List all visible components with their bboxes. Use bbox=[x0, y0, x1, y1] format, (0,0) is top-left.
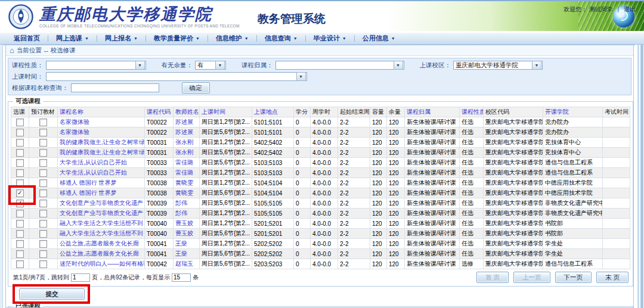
teacher-name-link[interactable]: 黄晓雯 bbox=[174, 178, 200, 188]
course-name-link[interactable]: 我的健康我做主,让生命之树常绿 bbox=[58, 138, 145, 148]
course-name-link[interactable]: 公益之旅,志愿者服务文化长廊 bbox=[58, 239, 145, 249]
preorder-material-checkbox[interactable] bbox=[39, 129, 47, 136]
campus-select[interactable]: 重庆邮电大学移通学院 ▼ bbox=[453, 61, 543, 70]
preorder-material-checkbox[interactable] bbox=[39, 179, 47, 187]
course-belong-select[interactable]: ▼ bbox=[275, 61, 404, 70]
submit-button[interactable]: 提交 bbox=[19, 288, 85, 300]
course-name-link[interactable]: 文化创意产业与非物质文化遗产 bbox=[58, 209, 145, 219]
logout-link[interactable]: 退出 bbox=[624, 6, 636, 13]
teacher-name-link[interactable]: 曹玉姣 bbox=[174, 229, 200, 239]
select-checkbox[interactable]: ✓ bbox=[16, 189, 24, 197]
course-name-link[interactable]: 大学生活,从认识自己开始 bbox=[58, 158, 145, 168]
menu-item-8[interactable]: 公用信息▼ bbox=[355, 34, 403, 43]
teacher-name-link[interactable]: 雷佳璐 bbox=[174, 158, 200, 168]
course-name-link[interactable]: 大学生活,从认识自己开始 bbox=[58, 168, 145, 178]
preorder-material-checkbox[interactable] bbox=[39, 260, 47, 268]
teacher-name-link[interactable]: 彭伟 bbox=[174, 198, 200, 209]
course-name-link[interactable]: 文化创意产业与非物质文化遗产 bbox=[58, 198, 145, 209]
preorder-material-checkbox[interactable] bbox=[39, 200, 47, 207]
course-name-link[interactable]: 移通人 德国行 世界梦 bbox=[58, 178, 145, 188]
menu-item-3[interactable]: 网上报名▼ bbox=[97, 34, 145, 43]
menu-item-6[interactable]: 信息查询▼ bbox=[257, 34, 305, 43]
course-name-link[interactable]: 融入大学生活之大学生活想不到 bbox=[58, 219, 145, 229]
course-name-search-input[interactable] bbox=[71, 83, 159, 92]
preorder-material-checkbox[interactable] bbox=[39, 119, 47, 126]
teacher-name-link[interactable]: 雷佳璐 bbox=[174, 168, 200, 178]
column-header-teacher[interactable]: 教师姓名 bbox=[174, 107, 200, 117]
teacher-name-link[interactable]: 苏述展 bbox=[174, 127, 200, 138]
cell-exam bbox=[603, 138, 630, 148]
pager-button-4[interactable]: 末 页 bbox=[596, 272, 628, 283]
course-name-link[interactable]: 移通人 德国行 世界梦 bbox=[58, 188, 145, 198]
teacher-name-link[interactable]: 苏述展 bbox=[174, 117, 200, 127]
select-checkbox[interactable] bbox=[16, 220, 24, 228]
select-checkbox[interactable] bbox=[16, 210, 24, 217]
preorder-material-checkbox[interactable] bbox=[39, 240, 47, 248]
confirm-button[interactable]: 确定 bbox=[182, 82, 210, 94]
course-name-link[interactable]: 公益之旅,志愿者服务文化长廊 bbox=[58, 249, 145, 259]
select-checkbox[interactable] bbox=[16, 149, 24, 157]
column-header-place[interactable]: 上课地点 bbox=[252, 107, 294, 117]
cell-belong: 新生体验课/研讨课 bbox=[405, 127, 460, 138]
goto-page-input[interactable] bbox=[71, 273, 90, 282]
course-name-link[interactable]: 迷茫时代的明白人——如何有格调地读大学 bbox=[58, 259, 145, 269]
preorder-material-checkbox[interactable] bbox=[39, 169, 47, 177]
menu-item-5[interactable]: 信息维护▼ bbox=[208, 34, 256, 43]
chevron-down-icon: ▼ bbox=[134, 36, 138, 41]
teacher-name-link[interactable]: 张永刚 bbox=[174, 138, 200, 148]
select-checkbox[interactable] bbox=[16, 169, 24, 177]
cell-college: 通信与信息工程系 bbox=[543, 259, 603, 269]
cell-nature: 任选 bbox=[460, 229, 484, 239]
select-checkbox[interactable] bbox=[16, 159, 24, 167]
per-page-input[interactable] bbox=[172, 273, 191, 282]
cell-code: T00022 bbox=[145, 127, 174, 138]
course-name-link[interactable]: 名家微体验 bbox=[58, 127, 145, 138]
teacher-name-link[interactable]: 曹玉姣 bbox=[174, 219, 200, 229]
column-header-name[interactable]: 课程名称 bbox=[58, 107, 145, 117]
cell-remain: 120 bbox=[387, 198, 405, 209]
class-time-select[interactable]: ▼ bbox=[46, 72, 307, 81]
availability-select[interactable]: 有 ▼ bbox=[195, 61, 226, 70]
preorder-material-checkbox[interactable] bbox=[39, 159, 47, 167]
course-name-link[interactable]: 融入大学生活之大学生活想不到 bbox=[58, 229, 145, 239]
column-header-code[interactable]: 课程代码 bbox=[145, 107, 174, 117]
welcome-area: 欢迎您： 测试同学 | 退出 bbox=[564, 5, 636, 14]
column-header-nature[interactable]: 课程性质 bbox=[460, 107, 484, 117]
teacher-name-link[interactable]: 王燊 bbox=[174, 239, 200, 249]
cell-code: T00039 bbox=[145, 209, 174, 219]
preorder-material-checkbox[interactable] bbox=[39, 210, 47, 217]
column-header-time[interactable]: 上课时间 bbox=[200, 107, 252, 117]
column-header-college[interactable]: 开课学院 bbox=[543, 107, 603, 117]
select-checkbox[interactable]: ✓ bbox=[16, 200, 24, 207]
pager-button-3[interactable]: 下一页 bbox=[555, 272, 592, 283]
preorder-material-checkbox[interactable] bbox=[39, 250, 47, 258]
teacher-name-link[interactable]: 王燊 bbox=[174, 249, 200, 259]
teacher-name-link[interactable]: 张永刚 bbox=[174, 148, 200, 158]
menu-item-7[interactable]: 毕业设计▼ bbox=[306, 34, 354, 43]
cell-capacity: 120 bbox=[370, 117, 387, 127]
course-name-link[interactable]: 我的健康我做主,让生命之树常绿 bbox=[58, 148, 145, 158]
select-checkbox[interactable] bbox=[16, 250, 24, 258]
teacher-name-link[interactable]: 黄晓雯 bbox=[174, 188, 200, 198]
column-header-belong[interactable]: 课程归属 bbox=[405, 107, 460, 117]
select-checkbox[interactable] bbox=[16, 230, 24, 238]
preorder-material-checkbox[interactable] bbox=[39, 230, 47, 238]
menu-item-2[interactable]: 网上选课▼ bbox=[48, 34, 97, 43]
select-checkbox[interactable] bbox=[16, 129, 24, 136]
course-name-link[interactable]: 名家微体验 bbox=[58, 117, 145, 127]
select-checkbox[interactable] bbox=[16, 139, 24, 147]
course-nature-select[interactable]: ▼ bbox=[46, 61, 146, 70]
teacher-name-link[interactable]: 彭伟 bbox=[174, 209, 200, 219]
select-checkbox[interactable] bbox=[16, 179, 24, 187]
menu-item-1[interactable]: 返回首页 bbox=[6, 34, 48, 43]
preorder-material-checkbox[interactable] bbox=[39, 139, 47, 147]
cell-belong: 新生体验课/研讨课 bbox=[405, 158, 460, 168]
teacher-name-link[interactable]: 赵瑞玉 bbox=[174, 259, 200, 269]
select-checkbox[interactable] bbox=[16, 240, 24, 248]
select-checkbox[interactable] bbox=[16, 260, 24, 268]
preorder-material-checkbox[interactable] bbox=[39, 220, 47, 228]
preorder-material-checkbox[interactable] bbox=[39, 149, 47, 157]
menu-item-4[interactable]: 教学质量评价▼ bbox=[146, 34, 208, 43]
select-checkbox[interactable] bbox=[16, 119, 24, 126]
preorder-material-checkbox[interactable] bbox=[39, 189, 47, 197]
